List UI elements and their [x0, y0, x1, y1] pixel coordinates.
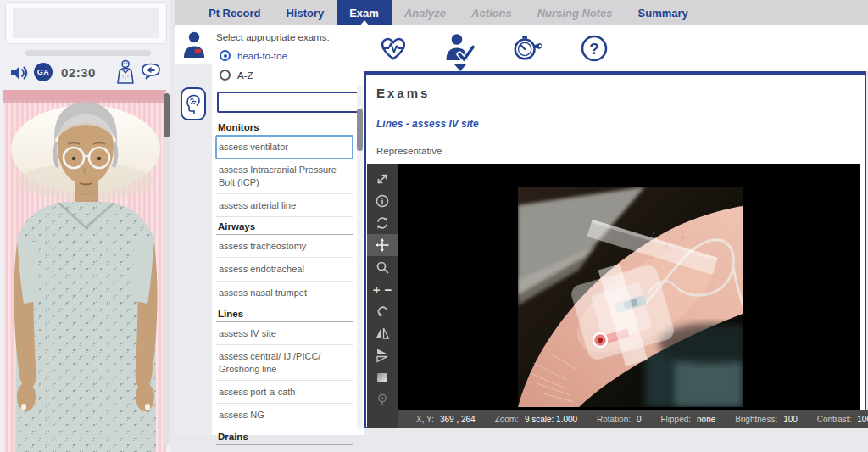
vitals-heart-icon[interactable]: [377, 31, 409, 65]
reset-icon[interactable]: [367, 212, 398, 234]
exam-mode-icons: ?: [364, 25, 868, 71]
iv-site-photo: [518, 187, 743, 407]
status-contrast: Contrast: 100: [817, 415, 868, 424]
exam-list: Monitors assess ventilator assess Intrac…: [216, 118, 353, 452]
section-title-airways: Airways: [216, 217, 353, 235]
radio-a-z[interactable]: A-Z: [220, 70, 363, 81]
viewer-toolbar: +−: [367, 164, 398, 428]
tab-history[interactable]: History: [273, 0, 337, 25]
probe-icon[interactable]: [367, 388, 398, 410]
window-level-icon[interactable]: [367, 366, 398, 388]
zoom-buttons: +−: [367, 278, 398, 300]
message-box-inner: [13, 8, 159, 38]
main-nav: Pt Record History Exam Analyze Actions N…: [175, 0, 868, 25]
exam-item-ventilator[interactable]: assess ventilator: [216, 136, 353, 159]
status-zoom-value: 9 scale: 1.000: [525, 415, 577, 424]
exams-panel: Exams Lines - assess IV site Representat…: [364, 71, 866, 428]
tab-summary[interactable]: Summary: [626, 0, 701, 25]
radio-a-z-label: A-Z: [237, 70, 253, 81]
exam-search-input[interactable]: [217, 92, 359, 113]
status-zoom: Zoom: 9 scale: 1.000: [495, 415, 578, 424]
tab-analyze: Analyze: [392, 0, 459, 25]
ga-badge[interactable]: GA: [34, 63, 53, 81]
status-zoom-label: Zoom:: [495, 415, 519, 424]
info-icon[interactable]: [367, 190, 398, 212]
patient-scrollbar[interactable]: [164, 92, 170, 446]
selector-icon-rail: [175, 25, 212, 435]
status-xy-value: 369 , 264: [440, 415, 476, 424]
tab-pt-record[interactable]: Pt Record: [196, 0, 273, 25]
status-brightness-label: Brightness:: [735, 415, 777, 424]
exam-person-check-icon[interactable]: [444, 31, 476, 65]
tab-nursing-notes: Nursing Notes: [525, 0, 626, 25]
message-box: [5, 2, 167, 44]
status-contrast-label: Contrast:: [817, 415, 852, 424]
radio-a-z-control[interactable]: [220, 70, 231, 81]
magnify-icon[interactable]: [367, 256, 398, 278]
tab-exam[interactable]: Exam: [337, 0, 392, 25]
pan-icon[interactable]: [367, 234, 398, 256]
patient-controls: GA 02:30: [0, 61, 170, 90]
exam-item-indwelling-catheter[interactable]: assess indwelling urinary catheter: [216, 445, 353, 452]
patient-avatar[interactable]: [3, 90, 166, 452]
exam-select-prompt: Select appropriate exams:: [216, 32, 363, 42]
status-xy-label: X, Y:: [416, 415, 434, 424]
status-contrast-value: 100: [857, 415, 868, 424]
speech-bubble-icon[interactable]: [140, 62, 162, 84]
person-heart-icon: [175, 25, 212, 64]
exam-item-arterial-line[interactable]: assess arterial line: [216, 194, 353, 217]
exam-item-nasal-trumpet[interactable]: assess nasal trumpet: [216, 282, 353, 304]
section-title-monitors: Monitors: [216, 118, 353, 136]
status-brightness: Brightness: 100: [735, 415, 798, 424]
exam-list-scrollbar[interactable]: [357, 85, 363, 429]
section-title-lines: Lines: [216, 304, 353, 322]
exams-panel-title: Exams: [376, 86, 865, 100]
status-xy: X, Y: 369 , 264: [416, 415, 476, 424]
status-flipped-label: Flipped:: [660, 415, 691, 424]
zoom-out-icon[interactable]: −: [385, 283, 392, 296]
status-rotation-value: 0: [637, 415, 642, 424]
representative-label: Representative: [376, 146, 865, 156]
radio-head-to-toe-control[interactable]: [220, 50, 231, 61]
exam-item-port-a-cath[interactable]: assess port-a-cath: [216, 381, 353, 404]
speaker-icon[interactable]: [8, 63, 29, 86]
radio-head-to-toe[interactable]: head-to-toe: [220, 50, 363, 61]
mental-status-button[interactable]: [181, 87, 206, 120]
flip-horizontal-icon[interactable]: [367, 322, 398, 344]
timer-gauge-icon[interactable]: [511, 31, 543, 65]
patient-scrollbar-thumb[interactable]: [164, 93, 170, 137]
exam-item-icp[interactable]: assess Intracranial Pressure Bolt (ICP): [216, 159, 353, 194]
exam-item-central-line[interactable]: assess central/ IJ /PICC/ Groshong line: [216, 345, 353, 381]
status-rotation-label: Rotation:: [597, 415, 631, 424]
exam-item-endotracheal[interactable]: assess endotracheal: [216, 258, 353, 281]
image-viewer: +−: [367, 164, 860, 428]
tab-actions: Actions: [459, 0, 525, 25]
sim-timer: 02:30: [61, 65, 96, 80]
exam-item-tracheostomy[interactable]: assess tracheostomy: [216, 235, 353, 258]
flip-vertical-icon[interactable]: [367, 344, 398, 366]
audio-scrub-bar[interactable]: [25, 50, 151, 56]
status-flipped: Flipped: none: [660, 415, 715, 424]
exam-item-iv-site[interactable]: assess IV site: [216, 322, 353, 345]
zoom-in-icon[interactable]: +: [373, 283, 381, 296]
expand-icon[interactable]: [367, 168, 398, 190]
status-flipped-value: none: [697, 415, 715, 424]
radio-head-to-toe-label: head-to-toe: [237, 51, 287, 61]
help-icon[interactable]: ?: [578, 31, 610, 65]
status-rotation: Rotation: 0: [597, 415, 642, 424]
patient-gown-icon[interactable]: [114, 59, 137, 88]
rotate-icon[interactable]: [367, 300, 398, 322]
exam-list-scrollbar-thumb[interactable]: [357, 109, 363, 151]
status-brightness-value: 100: [783, 415, 798, 424]
exam-item-ng[interactable]: assess NG: [216, 404, 353, 427]
exams-panel-subtitle: Lines - assess IV site: [376, 118, 865, 130]
section-title-drains: Drains: [216, 427, 353, 445]
viewer-canvas[interactable]: X, Y: 369 , 264 Zoom: 9 scale: 1.000 Rot…: [398, 164, 860, 428]
patient-panel: GA 02:30: [0, 0, 170, 452]
svg-text:?: ?: [589, 40, 599, 58]
viewer-status-bar: X, Y: 369 , 264 Zoom: 9 scale: 1.000 Rot…: [398, 410, 868, 428]
exam-selector-panel: Select appropriate exams: head-to-toe A-…: [175, 25, 364, 435]
